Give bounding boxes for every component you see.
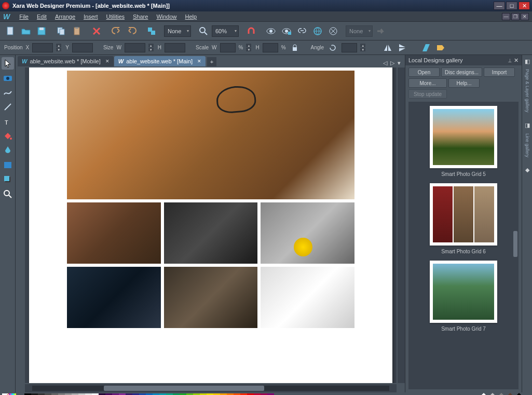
skew-button[interactable]	[420, 42, 432, 53]
transparency-tool[interactable]	[2, 144, 14, 157]
copy-button[interactable]	[54, 24, 69, 38]
close-icon[interactable]: ✕	[197, 59, 201, 64]
horizontal-scrollbar[interactable]	[25, 384, 397, 392]
menu-utilities[interactable]: Utilities	[102, 12, 129, 21]
gallery-import-button[interactable]: Import	[484, 67, 515, 77]
pos-y-field[interactable]	[72, 43, 93, 52]
maximize-button[interactable]: □	[506, 2, 517, 10]
photo-thumb[interactable]	[67, 202, 161, 264]
close-button[interactable]: ✕	[519, 2, 530, 10]
photo-tool[interactable]	[2, 72, 14, 84]
gallery-item[interactable]: Smart Photo Grid 7	[422, 261, 504, 332]
menu-help[interactable]: Help	[181, 12, 201, 21]
preview-page-button[interactable]	[279, 24, 294, 38]
color-swatch[interactable]	[480, 392, 487, 395]
redo-button[interactable]	[125, 24, 139, 38]
menu-arrange[interactable]: Arrange	[51, 12, 79, 21]
rotate-icon[interactable]	[327, 42, 338, 53]
mdi-close-button[interactable]: ✕	[521, 13, 529, 20]
mdi-restore-button[interactable]: ❐	[511, 13, 520, 20]
tab-mobile[interactable]: Wable_website.web * [Mobile]✕	[18, 56, 114, 66]
swatch-prev[interactable]: ◁	[17, 393, 24, 396]
delete-button[interactable]	[89, 24, 104, 38]
rectangle-tool[interactable]	[2, 159, 14, 171]
tab-nav-prev[interactable]: ◁	[382, 60, 388, 66]
new-button[interactable]	[3, 24, 18, 38]
smart-photo-grid[interactable]	[29, 67, 392, 332]
gallery-more-button[interactable]: More...	[408, 78, 447, 88]
pos-x-field[interactable]	[32, 43, 53, 52]
gallery-disc-button[interactable]: Disc designs...	[441, 67, 482, 77]
tab-menu-button[interactable]: ▾	[397, 60, 402, 66]
color-swatch[interactable]	[498, 392, 505, 395]
zoom-dropdown[interactable]: 60%	[212, 25, 239, 37]
page-layer-gallery-tab[interactable]: Page & Layer gallery	[525, 69, 530, 113]
gallery-item[interactable]: Smart Photo Grid 5	[422, 106, 504, 177]
panel-toggle-icon[interactable]: ◨	[523, 121, 531, 130]
panel-toggle-icon[interactable]: ◆	[523, 166, 531, 174]
layer-dropdown[interactable]: None	[164, 25, 191, 37]
line-gallery-tab[interactable]: Line gallery	[525, 133, 530, 157]
minimize-button[interactable]: —	[494, 2, 505, 10]
selector-tool[interactable]	[2, 57, 14, 70]
preview-button[interactable]	[264, 24, 278, 38]
group-button[interactable]	[144, 24, 159, 38]
color-menu-button[interactable]: ▾	[524, 393, 530, 396]
vertical-scrollbar[interactable]	[398, 67, 405, 383]
mdi-minimize-button[interactable]: —	[502, 13, 510, 20]
new-tab-button[interactable]: +	[207, 57, 216, 66]
paste-button[interactable]	[70, 24, 84, 38]
gallery-help-button[interactable]: Help...	[448, 78, 480, 88]
link-button[interactable]	[295, 24, 309, 38]
flip-v-button[interactable]	[397, 42, 408, 53]
panel-toggle-icon[interactable]: ◧	[523, 57, 531, 65]
tab-main[interactable]: Wable_website.web * [Main]✕	[114, 56, 206, 66]
menu-insert[interactable]: Insert	[79, 12, 102, 21]
snap-button[interactable]	[244, 24, 258, 38]
size-h-field[interactable]	[165, 43, 185, 52]
undo-button[interactable]	[109, 24, 124, 38]
text-tool[interactable]: T	[2, 115, 14, 128]
color-swatch[interactable]	[489, 392, 496, 395]
nav-dropdown[interactable]: None	[346, 25, 373, 37]
color-swatch[interactable]	[507, 392, 514, 395]
pin-icon[interactable]: ⟂	[508, 57, 512, 64]
gallery-scrollbar[interactable]	[513, 231, 517, 257]
scale-w-field[interactable]	[220, 43, 236, 52]
save-button[interactable]	[34, 24, 49, 38]
angle-field[interactable]	[342, 43, 357, 52]
menu-edit[interactable]: Edit	[33, 12, 51, 21]
size-w-field[interactable]	[125, 43, 145, 52]
freehand-tool[interactable]	[2, 86, 14, 99]
close-icon[interactable]: ✕	[105, 59, 110, 64]
publish-button[interactable]	[326, 24, 340, 38]
photo-thumb[interactable]	[164, 202, 258, 264]
names-button[interactable]	[435, 42, 446, 53]
lock-aspect-button[interactable]	[289, 42, 301, 53]
straight-line-tool[interactable]	[2, 101, 14, 113]
fill-tool[interactable]	[2, 130, 14, 142]
page[interactable]	[29, 67, 392, 383]
zoom-tool[interactable]	[2, 188, 14, 200]
menu-window[interactable]: Window	[152, 12, 181, 21]
tab-nav-next[interactable]: ▷	[389, 60, 395, 66]
shadow-tool[interactable]	[2, 173, 14, 186]
canvas[interactable]	[16, 66, 405, 392]
menu-share[interactable]: Share	[129, 12, 152, 21]
zoom-tool-icon[interactable]	[196, 24, 211, 38]
color-swatch[interactable]	[515, 392, 523, 395]
gallery-open-button[interactable]: Open	[408, 67, 440, 77]
flip-h-button[interactable]	[382, 42, 393, 53]
pos-spinner[interactable]: ▲▼	[56, 43, 62, 52]
photo-hero[interactable]	[67, 71, 354, 199]
scale-h-field[interactable]	[263, 43, 278, 52]
menu-file[interactable]: File	[15, 12, 33, 21]
gallery-list[interactable]: Smart Photo Grid 5 Smart Photo Grid 6 Sm…	[408, 102, 519, 389]
export-web-button[interactable]	[310, 24, 325, 38]
photo-thumb[interactable]	[67, 267, 161, 328]
size-spinner[interactable]: ▲▼	[148, 43, 155, 52]
photo-thumb[interactable]	[261, 202, 354, 264]
gallery-header[interactable]: Local Designs gallery ⟂✕	[405, 55, 522, 65]
nav-go-button[interactable]	[374, 24, 388, 38]
scale-spinner[interactable]: ▲▼	[246, 43, 252, 52]
